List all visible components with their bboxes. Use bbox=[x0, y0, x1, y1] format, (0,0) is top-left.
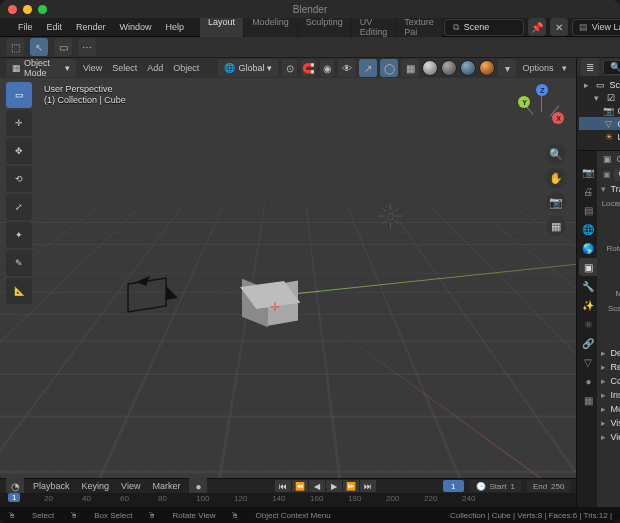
ptab-data[interactable]: ▽ bbox=[579, 353, 597, 371]
shading-wireframe-button[interactable] bbox=[422, 60, 438, 76]
timeline-view[interactable]: View bbox=[118, 481, 143, 491]
outliner-item-light[interactable]: ☀ Light 👁▸ bbox=[579, 130, 620, 143]
end-frame-field[interactable]: End 250 bbox=[527, 480, 571, 492]
jump-start-button[interactable]: ⏮ bbox=[275, 480, 291, 492]
shading-material-button[interactable] bbox=[460, 60, 476, 76]
prop-name-field[interactable]: ▣ Cube bbox=[597, 167, 620, 182]
scene-field[interactable]: ⧉ Scene bbox=[444, 19, 524, 36]
object-light[interactable] bbox=[380, 206, 400, 226]
menu-object[interactable]: Object bbox=[170, 63, 202, 73]
ptab-material[interactable]: ● bbox=[579, 372, 597, 390]
timeline-playback[interactable]: Playback bbox=[30, 481, 73, 491]
proportional-button[interactable]: ◉ bbox=[320, 59, 335, 77]
snap-button[interactable]: 🧲 bbox=[301, 59, 316, 77]
tab-texture-paint[interactable]: Texture Pai bbox=[396, 15, 442, 39]
menu-window[interactable]: Window bbox=[114, 20, 158, 34]
ptab-constraints[interactable]: 🔗 bbox=[579, 334, 597, 352]
section-viewport-display[interactable]: ▸Viewport Display bbox=[597, 430, 620, 444]
tool-annotate[interactable]: ✎ bbox=[6, 250, 32, 276]
tool-select-box[interactable]: ▭ bbox=[6, 82, 32, 108]
menu-render[interactable]: Render bbox=[70, 20, 112, 34]
keyframe-prev-button[interactable]: ⏪ bbox=[292, 480, 308, 492]
shading-rendered-button[interactable] bbox=[479, 60, 495, 76]
outliner-type-button[interactable]: ≣ bbox=[581, 58, 599, 76]
select-tool-button[interactable]: ▭ bbox=[54, 38, 72, 56]
pin-scene-button[interactable]: 📌 bbox=[528, 18, 546, 36]
cursor-tool-button[interactable]: ↖ bbox=[30, 38, 48, 56]
ortho-toggle-button[interactable]: ▦ bbox=[546, 216, 566, 236]
pivot-button[interactable]: ⊙ bbox=[282, 59, 297, 77]
ptab-particles[interactable]: ✨ bbox=[579, 296, 597, 314]
outliner-search[interactable]: 🔍 bbox=[603, 60, 620, 75]
gizmo-toggle-button[interactable]: ↗ bbox=[359, 59, 377, 77]
more-tool-button[interactable]: ⋯ bbox=[78, 38, 96, 56]
section-instancing[interactable]: ▸Instancing bbox=[597, 388, 620, 402]
tab-uv-editing[interactable]: UV Editing bbox=[352, 15, 396, 39]
ptab-physics[interactable]: ⚛ bbox=[579, 315, 597, 333]
menu-edit[interactable]: Edit bbox=[41, 20, 69, 34]
section-visibility[interactable]: ▸Visibility bbox=[597, 416, 620, 430]
ptab-scene[interactable]: 🌐 bbox=[579, 220, 597, 238]
menu-add[interactable]: Add bbox=[144, 63, 166, 73]
gizmo-x[interactable]: X bbox=[552, 112, 564, 124]
ptab-modifiers[interactable]: 🔧 bbox=[579, 277, 597, 295]
overlay-toggle-button[interactable]: ◯ bbox=[380, 59, 398, 77]
zoom-button[interactable]: 🔍 bbox=[546, 144, 566, 164]
ptab-world[interactable]: 🌎 bbox=[579, 239, 597, 257]
shading-options-button[interactable]: ▾ bbox=[498, 59, 516, 77]
outliner-scene-collection[interactable]: ▸ ▭ Scene Collection bbox=[579, 78, 620, 91]
outliner-item-cube[interactable]: ▽ Cube 👁▸ bbox=[579, 117, 620, 130]
ptab-object[interactable]: ▣ bbox=[579, 258, 597, 276]
playhead[interactable]: 1 bbox=[8, 493, 20, 502]
timeline-marker[interactable]: Marker bbox=[149, 481, 183, 491]
play-button[interactable]: ▶ bbox=[326, 480, 342, 492]
tab-sculpting[interactable]: Sculpting bbox=[298, 15, 351, 39]
tab-layout[interactable]: Layout bbox=[200, 15, 243, 39]
start-frame-field[interactable]: 🕒 Start 1 bbox=[470, 480, 521, 492]
object-cube[interactable]: ✛ bbox=[252, 284, 300, 332]
visibility-button[interactable]: 👁 bbox=[338, 59, 356, 77]
viewlayer-field[interactable]: ▤ View Layer bbox=[572, 19, 620, 36]
tool-cursor[interactable]: ✛ bbox=[6, 110, 32, 136]
editor-type-button[interactable]: ⬚ bbox=[6, 38, 24, 56]
outliner-item-camera[interactable]: 📷 Camera 👁▸ bbox=[579, 104, 620, 117]
jump-end-button[interactable]: ⏭ bbox=[360, 480, 376, 492]
xray-button[interactable]: ▦ bbox=[401, 59, 419, 77]
options-menu[interactable]: Options bbox=[519, 63, 556, 73]
outliner-collection[interactable]: ▾ ☑ ▭ Collection 👁▸ bbox=[579, 91, 620, 104]
tab-modeling[interactable]: Modeling bbox=[244, 15, 297, 39]
ptab-texture[interactable]: ▦ bbox=[579, 391, 597, 409]
section-collections[interactable]: ▸Collections bbox=[597, 374, 620, 388]
tool-scale[interactable]: ⤢ bbox=[6, 194, 32, 220]
menu-view[interactable]: View bbox=[80, 63, 105, 73]
pan-button[interactable]: ✋ bbox=[546, 168, 566, 188]
ptab-output[interactable]: 🖨 bbox=[579, 182, 597, 200]
ptab-render[interactable]: 📷 bbox=[579, 163, 597, 181]
timeline-keying[interactable]: Keying bbox=[79, 481, 113, 491]
play-reverse-button[interactable]: ◀ bbox=[309, 480, 325, 492]
menu-file[interactable]: File bbox=[12, 20, 39, 34]
gizmo-z[interactable]: Z bbox=[536, 84, 548, 96]
section-motion-paths[interactable]: ▸Motion Paths bbox=[597, 402, 620, 416]
menu-help[interactable]: Help bbox=[160, 20, 191, 34]
section-delta[interactable]: ▸Delta Transform bbox=[597, 346, 620, 360]
checkbox-icon[interactable]: ☑ bbox=[605, 92, 616, 103]
current-frame[interactable]: 1 bbox=[443, 480, 463, 492]
tool-move[interactable]: ✥ bbox=[6, 138, 32, 164]
section-relations[interactable]: ▸Relations bbox=[597, 360, 620, 374]
camera-view-button[interactable]: 📷 bbox=[546, 192, 566, 212]
ptab-viewlayer[interactable]: ▤ bbox=[579, 201, 597, 219]
tool-rotate[interactable]: ⟲ bbox=[6, 166, 32, 192]
object-camera[interactable] bbox=[126, 276, 180, 318]
mode-selector[interactable]: ▦ Object Mode ▾ bbox=[6, 59, 76, 77]
new-scene-button[interactable]: ✕ bbox=[550, 18, 568, 36]
keyframe-next-button[interactable]: ⏩ bbox=[343, 480, 359, 492]
orientation-selector[interactable]: 🌐 Global ▾ bbox=[218, 59, 278, 77]
section-transform[interactable]: ▾ Transform bbox=[597, 182, 620, 196]
gizmo-y[interactable]: Y bbox=[518, 96, 530, 108]
timeline-ruler[interactable]: 1 20 40 60 80 100 120 140 160 180 200 22… bbox=[0, 493, 576, 507]
tool-transform[interactable]: ✦ bbox=[6, 222, 32, 248]
tool-measure[interactable]: 📐 bbox=[6, 278, 32, 304]
viewport-canvas[interactable]: ✛ User Perspective (1) Collection | Cube bbox=[0, 78, 576, 478]
nav-gizmo[interactable]: Z Y X bbox=[514, 84, 568, 138]
